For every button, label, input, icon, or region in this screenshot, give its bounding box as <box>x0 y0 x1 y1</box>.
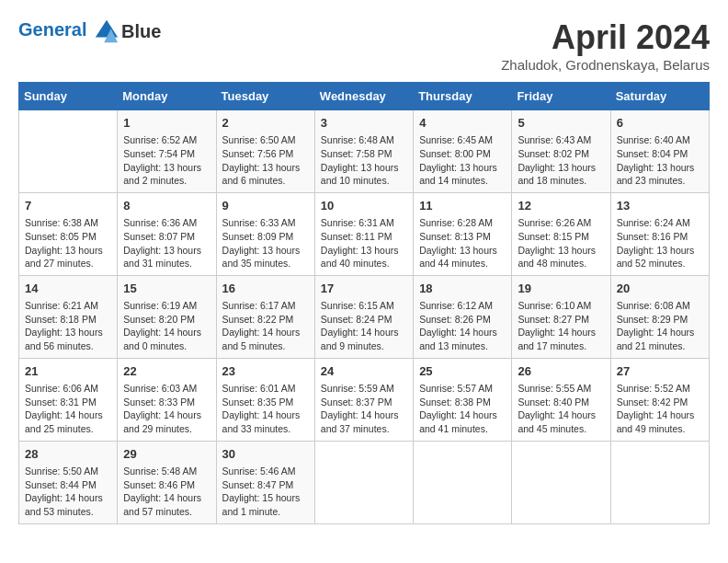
day-info: Sunrise: 5:46 AMSunset: 8:47 PMDaylight:… <box>222 465 309 519</box>
day-info: Sunrise: 5:59 AMSunset: 8:37 PMDaylight:… <box>321 382 407 436</box>
header-sunday: Sunday <box>19 83 118 110</box>
day-number: 2 <box>222 115 309 132</box>
day-info: Sunrise: 6:01 AMSunset: 8:35 PMDaylight:… <box>222 382 309 436</box>
calendar-cell: 3Sunrise: 6:48 AMSunset: 7:58 PMDaylight… <box>314 110 413 193</box>
calendar-cell: 13Sunrise: 6:24 AMSunset: 8:16 PMDayligh… <box>610 192 709 275</box>
day-number: 3 <box>321 115 407 132</box>
calendar-week-row: 1Sunrise: 6:52 AMSunset: 7:54 PMDaylight… <box>19 110 710 193</box>
page-header: General Blue April 2024 Zhaludok, Grodne… <box>18 18 710 73</box>
calendar-week-row: 7Sunrise: 6:38 AMSunset: 8:05 PMDaylight… <box>19 192 710 275</box>
calendar-cell: 21Sunrise: 6:06 AMSunset: 8:31 PMDayligh… <box>19 358 118 441</box>
day-info: Sunrise: 6:21 AMSunset: 8:18 PMDaylight:… <box>25 299 111 353</box>
day-info: Sunrise: 6:08 AMSunset: 8:29 PMDaylight:… <box>617 299 703 353</box>
calendar-cell: 7Sunrise: 6:38 AMSunset: 8:05 PMDaylight… <box>19 192 118 275</box>
day-info: Sunrise: 6:52 AMSunset: 7:54 PMDaylight:… <box>123 133 210 188</box>
day-number: 6 <box>617 115 703 132</box>
day-info: Sunrise: 6:12 AMSunset: 8:26 PMDaylight:… <box>419 299 506 353</box>
calendar-cell: 30Sunrise: 5:46 AMSunset: 8:47 PMDayligh… <box>216 441 314 523</box>
day-number: 15 <box>123 281 210 297</box>
day-number: 10 <box>321 198 407 214</box>
day-number: 16 <box>222 281 309 297</box>
day-number: 8 <box>123 198 210 214</box>
day-info: Sunrise: 6:24 AMSunset: 8:16 PMDaylight:… <box>617 216 703 270</box>
day-info: Sunrise: 6:10 AMSunset: 8:27 PMDaylight:… <box>518 299 604 353</box>
location-subtitle: Zhaludok, Grodnenskaya, Belarus <box>501 57 710 73</box>
day-number: 30 <box>222 446 309 463</box>
day-number: 17 <box>321 281 407 297</box>
calendar-cell: 17Sunrise: 6:15 AMSunset: 8:24 PMDayligh… <box>314 275 413 358</box>
calendar-table: SundayMondayTuesdayWednesdayThursdayFrid… <box>18 82 710 524</box>
day-number: 5 <box>518 115 604 132</box>
calendar-cell <box>512 441 610 523</box>
calendar-cell: 10Sunrise: 6:31 AMSunset: 8:11 PMDayligh… <box>314 192 413 275</box>
day-info: Sunrise: 5:48 AMSunset: 8:46 PMDaylight:… <box>123 465 210 519</box>
day-info: Sunrise: 6:26 AMSunset: 8:15 PMDaylight:… <box>518 216 604 270</box>
day-number: 18 <box>419 281 506 297</box>
calendar-week-row: 21Sunrise: 6:06 AMSunset: 8:31 PMDayligh… <box>19 358 710 441</box>
logo-icon <box>94 18 119 44</box>
day-info: Sunrise: 6:33 AMSunset: 8:09 PMDaylight:… <box>222 216 309 270</box>
title-block: April 2024 Zhaludok, Grodnenskaya, Belar… <box>501 18 710 73</box>
day-info: Sunrise: 5:50 AMSunset: 8:44 PMDaylight:… <box>25 465 111 519</box>
calendar-cell: 18Sunrise: 6:12 AMSunset: 8:26 PMDayligh… <box>414 275 512 358</box>
calendar-cell: 19Sunrise: 6:10 AMSunset: 8:27 PMDayligh… <box>512 275 610 358</box>
month-title: April 2024 <box>501 18 710 57</box>
calendar-cell: 27Sunrise: 5:52 AMSunset: 8:42 PMDayligh… <box>610 358 709 441</box>
calendar-week-row: 14Sunrise: 6:21 AMSunset: 8:18 PMDayligh… <box>19 275 710 358</box>
logo: General Blue <box>18 18 161 44</box>
day-info: Sunrise: 6:28 AMSunset: 8:13 PMDaylight:… <box>419 216 506 270</box>
day-info: Sunrise: 6:19 AMSunset: 8:20 PMDaylight:… <box>123 299 210 353</box>
calendar-cell: 1Sunrise: 6:52 AMSunset: 7:54 PMDaylight… <box>118 110 216 193</box>
day-info: Sunrise: 5:52 AMSunset: 8:42 PMDaylight:… <box>617 382 703 436</box>
day-number: 21 <box>25 363 111 380</box>
calendar-cell: 12Sunrise: 6:26 AMSunset: 8:15 PMDayligh… <box>512 192 610 275</box>
calendar-cell: 6Sunrise: 6:40 AMSunset: 8:04 PMDaylight… <box>610 110 709 193</box>
calendar-cell: 28Sunrise: 5:50 AMSunset: 8:44 PMDayligh… <box>19 441 118 523</box>
day-number: 25 <box>419 363 506 380</box>
calendar-cell: 22Sunrise: 6:03 AMSunset: 8:33 PMDayligh… <box>118 358 216 441</box>
day-info: Sunrise: 6:17 AMSunset: 8:22 PMDaylight:… <box>222 299 309 353</box>
day-number: 19 <box>518 281 604 297</box>
calendar-cell <box>314 441 413 523</box>
calendar-cell: 25Sunrise: 5:57 AMSunset: 8:38 PMDayligh… <box>414 358 512 441</box>
calendar-cell: 4Sunrise: 6:45 AMSunset: 8:00 PMDaylight… <box>414 110 512 193</box>
day-info: Sunrise: 6:03 AMSunset: 8:33 PMDaylight:… <box>123 382 210 436</box>
day-number: 20 <box>617 281 703 297</box>
day-info: Sunrise: 6:36 AMSunset: 8:07 PMDaylight:… <box>123 216 210 270</box>
day-number: 29 <box>123 446 210 463</box>
day-info: Sunrise: 5:57 AMSunset: 8:38 PMDaylight:… <box>419 382 506 436</box>
calendar-cell: 16Sunrise: 6:17 AMSunset: 8:22 PMDayligh… <box>216 275 314 358</box>
calendar-cell <box>610 441 709 523</box>
calendar-cell: 20Sunrise: 6:08 AMSunset: 8:29 PMDayligh… <box>610 275 709 358</box>
logo-text-blue: Blue <box>121 21 161 42</box>
day-number: 9 <box>222 198 309 214</box>
day-number: 7 <box>25 198 111 214</box>
day-info: Sunrise: 6:06 AMSunset: 8:31 PMDaylight:… <box>25 382 111 436</box>
header-tuesday: Tuesday <box>216 83 314 110</box>
header-wednesday: Wednesday <box>314 83 413 110</box>
calendar-week-row: 28Sunrise: 5:50 AMSunset: 8:44 PMDayligh… <box>19 441 710 523</box>
day-number: 27 <box>617 363 703 380</box>
day-info: Sunrise: 6:38 AMSunset: 8:05 PMDaylight:… <box>25 216 111 270</box>
day-info: Sunrise: 6:31 AMSunset: 8:11 PMDaylight:… <box>321 216 407 270</box>
calendar-cell: 8Sunrise: 6:36 AMSunset: 8:07 PMDaylight… <box>118 192 216 275</box>
calendar-cell <box>414 441 512 523</box>
day-info: Sunrise: 6:43 AMSunset: 8:02 PMDaylight:… <box>518 133 604 188</box>
day-number: 12 <box>518 198 604 214</box>
calendar-header-row: SundayMondayTuesdayWednesdayThursdayFrid… <box>19 83 710 110</box>
day-info: Sunrise: 6:48 AMSunset: 7:58 PMDaylight:… <box>321 133 407 188</box>
day-number: 26 <box>518 363 604 380</box>
calendar-cell: 2Sunrise: 6:50 AMSunset: 7:56 PMDaylight… <box>216 110 314 193</box>
header-saturday: Saturday <box>610 83 709 110</box>
day-info: Sunrise: 5:55 AMSunset: 8:40 PMDaylight:… <box>518 382 604 436</box>
day-info: Sunrise: 6:45 AMSunset: 8:00 PMDaylight:… <box>419 133 506 188</box>
calendar-cell: 15Sunrise: 6:19 AMSunset: 8:20 PMDayligh… <box>118 275 216 358</box>
day-number: 28 <box>25 446 111 463</box>
day-number: 23 <box>222 363 309 380</box>
day-number: 14 <box>25 281 111 297</box>
calendar-cell: 9Sunrise: 6:33 AMSunset: 8:09 PMDaylight… <box>216 192 314 275</box>
calendar-cell: 11Sunrise: 6:28 AMSunset: 8:13 PMDayligh… <box>414 192 512 275</box>
day-number: 22 <box>123 363 210 380</box>
day-info: Sunrise: 6:15 AMSunset: 8:24 PMDaylight:… <box>321 299 407 353</box>
day-number: 24 <box>321 363 407 380</box>
